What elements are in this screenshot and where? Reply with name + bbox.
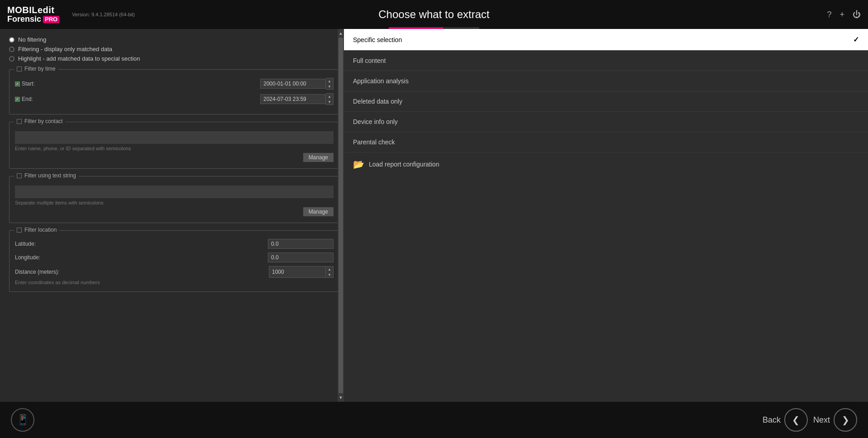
- power-icon[interactable]: ⏻: [853, 10, 861, 19]
- filter-location-section: Filter location Latitude: Longitude: Dis…: [9, 230, 339, 292]
- filter-by-time-section: Filter by time Start: ▲ ▼: [9, 69, 339, 114]
- back-nav-group: Back ❮: [763, 408, 808, 432]
- start-datetime-input[interactable]: [260, 79, 326, 89]
- scroll-thumb: [339, 38, 343, 393]
- start-checkbox[interactable]: [15, 81, 20, 86]
- contact-manage-row: Manage: [15, 153, 334, 162]
- end-checkbox[interactable]: [15, 97, 20, 102]
- filter-time-legend-label: Filter by time: [24, 66, 56, 72]
- distance-spinner: ▲ ▼: [326, 266, 334, 278]
- radio-no-filtering[interactable]: • No filtering: [9, 36, 339, 43]
- version-text: Version: 9.4.1.28514 (64-bit): [72, 12, 135, 17]
- latitude-label: Latitude:: [15, 241, 78, 247]
- distance-label: Distance (meters):: [15, 269, 78, 275]
- longitude-label: Longitude:: [15, 254, 78, 261]
- filter-location-checkbox[interactable]: [17, 228, 22, 233]
- time-start-label: Start:: [15, 81, 42, 87]
- device-extract-icon: 📱: [17, 414, 29, 426]
- option-application-analysis-label: Application analysis: [353, 77, 859, 85]
- time-start-row: Start: ▲ ▼: [15, 78, 334, 90]
- filter-time-checkbox[interactable]: [17, 67, 22, 71]
- bottom-bar: 📱 Back ❮ Next ❯: [0, 402, 868, 438]
- filter-contact-legend-label: Filter by contact: [24, 118, 63, 124]
- left-panel: • No filtering Filtering - display only …: [0, 29, 344, 402]
- option-specific-selection-label: Specific selection: [353, 36, 853, 43]
- end-spinner: ▲ ▼: [326, 93, 334, 105]
- option-specific-selection-check: ✓: [853, 35, 859, 44]
- end-input-wrapper: ▲ ▼: [260, 93, 334, 105]
- latitude-input[interactable]: [268, 239, 334, 249]
- radio-circle-2: [9, 56, 14, 62]
- logo-area: MOBILedit Forensic PRO: [7, 5, 59, 24]
- text-manage-row: Manage: [15, 207, 334, 216]
- option-full-content[interactable]: Full content: [344, 51, 868, 71]
- help-icon[interactable]: ?: [827, 10, 831, 19]
- distance-spinner-up[interactable]: ▲: [326, 267, 333, 272]
- text-manage-button[interactable]: Manage: [303, 207, 334, 216]
- page-title: Choose what to extract: [378, 8, 489, 21]
- scroll-up-arrow[interactable]: ▲: [339, 31, 343, 36]
- filter-location-legend: Filter location: [14, 227, 59, 233]
- distance-row: Distance (meters): ▲ ▼: [15, 266, 334, 278]
- start-spinner-up[interactable]: ▲: [326, 78, 333, 84]
- location-hint: Enter coordinates as decimal numbers: [15, 280, 334, 285]
- logo-pro: PRO: [43, 16, 59, 23]
- end-spinner-up[interactable]: ▲: [326, 94, 333, 99]
- start-input-wrapper: ▲ ▼: [260, 78, 334, 90]
- top-bar: MOBILedit Forensic PRO Version: 9.4.1.28…: [0, 0, 868, 29]
- option-device-info-only[interactable]: Device info only: [344, 112, 868, 132]
- longitude-input[interactable]: [268, 252, 334, 262]
- distance-spinner-down[interactable]: ▼: [326, 272, 333, 277]
- logo-mobi: MOBILedit: [7, 5, 59, 15]
- radio-dot-active: •: [9, 37, 14, 43]
- radio-filtering-display[interactable]: Filtering - display only matched data: [9, 46, 339, 52]
- filter-options: • No filtering Filtering - display only …: [9, 36, 339, 62]
- distance-wrapper: ▲ ▼: [269, 266, 334, 278]
- distance-input[interactable]: [269, 266, 326, 278]
- top-bar-actions: ? + ⏻: [827, 10, 861, 19]
- option-deleted-data-only-label: Deleted data only: [353, 98, 859, 105]
- logo-forensic: Forensic PRO: [7, 15, 59, 24]
- option-device-info-only-label: Device info only: [353, 118, 859, 125]
- left-scroll-area[interactable]: • No filtering Filtering - display only …: [0, 29, 344, 402]
- contact-input[interactable]: [15, 131, 334, 144]
- filter-by-contact-section: Filter by contact Enter name, phone, or …: [9, 122, 339, 169]
- load-config-row[interactable]: 📂 Load report configuration: [344, 152, 868, 176]
- time-end-row: End: ▲ ▼: [15, 93, 334, 105]
- end-datetime-input[interactable]: [260, 94, 326, 104]
- filter-text-legend: Filter using text string: [14, 172, 79, 179]
- option-parental-check[interactable]: Parental check: [344, 132, 868, 152]
- option-deleted-data-only[interactable]: Deleted data only: [344, 91, 868, 112]
- radio-label-filtering-display: Filtering - display only matched data: [18, 46, 112, 52]
- filter-text-string-section: Filter using text string Separate multip…: [9, 176, 339, 223]
- next-label: Next: [813, 415, 830, 425]
- option-parental-check-label: Parental check: [353, 138, 859, 146]
- device-icon-button[interactable]: 📱: [11, 408, 34, 432]
- nav-buttons: Back ❮ Next ❯: [763, 408, 857, 432]
- filter-contact-checkbox[interactable]: [17, 119, 22, 124]
- start-spinner: ▲ ▼: [326, 78, 334, 90]
- back-label: Back: [763, 415, 781, 425]
- start-spinner-down[interactable]: ▼: [326, 84, 333, 89]
- radio-circle-1: [9, 47, 14, 52]
- filter-text-legend-label: Filter using text string: [24, 172, 76, 179]
- radio-highlight[interactable]: Highlight - add matched data to special …: [9, 55, 339, 62]
- progress-bar-fill: [389, 27, 443, 29]
- contact-manage-button[interactable]: Manage: [303, 153, 334, 162]
- progress-bar-area: [389, 27, 479, 29]
- folder-icon: 📂: [353, 159, 364, 170]
- left-scrollbar[interactable]: ▲ ▼: [338, 29, 344, 402]
- main-content: • No filtering Filtering - display only …: [0, 29, 868, 402]
- filter-text-checkbox[interactable]: [17, 173, 22, 178]
- next-button[interactable]: ❯: [834, 408, 857, 432]
- option-specific-selection[interactable]: Specific selection ✓: [344, 29, 868, 51]
- longitude-row: Longitude:: [15, 252, 334, 262]
- option-full-content-label: Full content: [353, 57, 859, 64]
- time-end-label: End:: [15, 96, 42, 102]
- scroll-down-arrow[interactable]: ▼: [339, 395, 343, 400]
- option-application-analysis[interactable]: Application analysis: [344, 71, 868, 91]
- end-spinner-down[interactable]: ▼: [326, 99, 333, 105]
- add-icon[interactable]: +: [839, 10, 844, 19]
- back-button[interactable]: ❮: [784, 408, 808, 432]
- text-string-input[interactable]: [15, 186, 334, 198]
